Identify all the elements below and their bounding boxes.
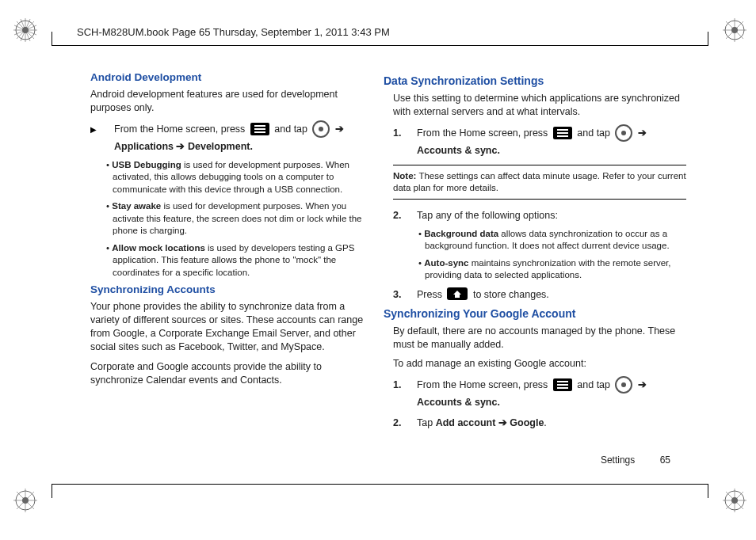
binder-ring-icon: [12, 487, 39, 514]
list-item: Background data allows data synchronizat…: [425, 228, 686, 253]
list-item-term: Allow mock locations: [112, 243, 205, 253]
crop-mark: [708, 484, 708, 498]
step-number: 2.: [393, 415, 417, 431]
left-column: Android Development Android development …: [76, 71, 369, 464]
crop-mark: [708, 32, 708, 46]
procedure-step: From the Home screen, press and tap ➔ Ap…: [90, 121, 369, 154]
note-box: Note: These settings can affect data min…: [393, 165, 686, 200]
settings-gear-icon: [312, 120, 330, 138]
arrow-text: ➔: [638, 127, 647, 139]
step-text: and tap: [274, 124, 310, 135]
step-bold: Add account ➔ Google: [436, 417, 544, 428]
home-key-icon: [447, 287, 468, 300]
list-item-term: Auto-sync: [424, 258, 468, 268]
section-heading: Synchronizing Your Google Account: [384, 307, 686, 320]
paragraph: Use this setting to determine which appl…: [393, 92, 686, 119]
note-label: Note:: [393, 171, 416, 181]
paragraph: Android development features are used fo…: [90, 88, 369, 115]
section-heading: Synchronizing Accounts: [90, 283, 369, 295]
step-text: .: [544, 417, 546, 428]
list-item-term: Stay awake: [112, 201, 161, 211]
crop-mark: [52, 32, 52, 46]
arrow-text: ➔: [335, 124, 344, 135]
settings-gear-icon: [615, 124, 632, 142]
menu-key-icon: [553, 127, 572, 139]
step-text: From the Home screen, press: [417, 127, 551, 139]
section-heading: Android Development: [90, 71, 369, 83]
step-bold: Accounts & sync.: [417, 145, 500, 156]
right-column: Data Synchronization Settings Use this s…: [393, 71, 686, 464]
list-item-term: Background data: [424, 229, 498, 238]
procedure-step: 1. From the Home screen, press and tap ➔…: [393, 377, 686, 410]
footer-page-number: 65: [660, 454, 670, 466]
procedure-step: 2. Tap any of the following options:: [393, 207, 686, 223]
paragraph: Your phone provides the ability to synch…: [90, 300, 369, 354]
step-number: 1.: [393, 125, 417, 158]
footer-section: Settings: [601, 454, 635, 466]
step-bold: Accounts & sync.: [417, 397, 500, 408]
step-text: Tap any of the following options:: [417, 207, 686, 223]
section-heading: Data Synchronization Settings: [384, 74, 686, 87]
step-text: Tap: [417, 417, 436, 428]
crop-mark: [52, 484, 708, 485]
step-text: and tap: [577, 380, 613, 391]
list-item: Allow mock locations is used by develope…: [113, 242, 369, 280]
step-text: and tap: [577, 127, 613, 139]
list-item-term: USB Debugging: [112, 160, 181, 169]
list-item: USB Debugging is used for development pu…: [113, 159, 369, 196]
crop-mark: [52, 45, 708, 46]
paragraph: By default, there are no accounts manage…: [393, 325, 686, 352]
procedure-step: 3. Press to store changes.: [393, 287, 686, 302]
paragraph: To add manage an existing Google account…: [393, 357, 686, 371]
step-text: From the Home screen, press: [114, 124, 248, 135]
binder-ring-icon: [721, 17, 748, 44]
binder-ring-icon: [721, 487, 748, 514]
step-number: 1.: [393, 377, 417, 410]
svg-point-9: [22, 27, 29, 33]
step-number: 2.: [393, 207, 417, 223]
bullet-list: Background data allows data synchronizat…: [393, 228, 686, 282]
list-item: Stay awake is used for development purpo…: [113, 200, 369, 238]
page-footer: Settings 65: [601, 454, 670, 466]
crop-mark: [52, 484, 52, 498]
page-body: Android Development Android development …: [76, 71, 686, 464]
menu-key-icon: [553, 378, 572, 391]
svg-point-27: [731, 497, 738, 504]
step-text: From the Home screen, press: [417, 380, 551, 391]
step-bold: Applications ➔ Development.: [114, 141, 253, 152]
procedure-step: 2. Tap Add account ➔ Google.: [393, 415, 686, 431]
step-marker-arrow-icon: [90, 121, 114, 154]
svg-point-15: [731, 27, 738, 33]
list-item: Auto-sync maintains synchronization with…: [425, 257, 686, 282]
arrow-text: ➔: [638, 380, 647, 391]
settings-gear-icon: [615, 376, 632, 394]
procedure-step: 1. From the Home screen, press and tap ➔…: [393, 125, 686, 158]
step-number: 3.: [393, 287, 417, 302]
note-text: These settings can affect data minute us…: [393, 171, 686, 192]
page-header-info: SCH-M828UM.book Page 65 Thursday, Septem…: [77, 26, 390, 38]
step-text: to store changes.: [473, 289, 549, 300]
binder-ring-icon: [12, 17, 39, 44]
paragraph: Corporate and Google accounts provide th…: [90, 360, 369, 387]
bullet-list: USB Debugging is used for development pu…: [90, 159, 369, 280]
svg-point-21: [22, 497, 29, 504]
step-text: Press: [417, 289, 445, 300]
menu-key-icon: [250, 123, 269, 135]
